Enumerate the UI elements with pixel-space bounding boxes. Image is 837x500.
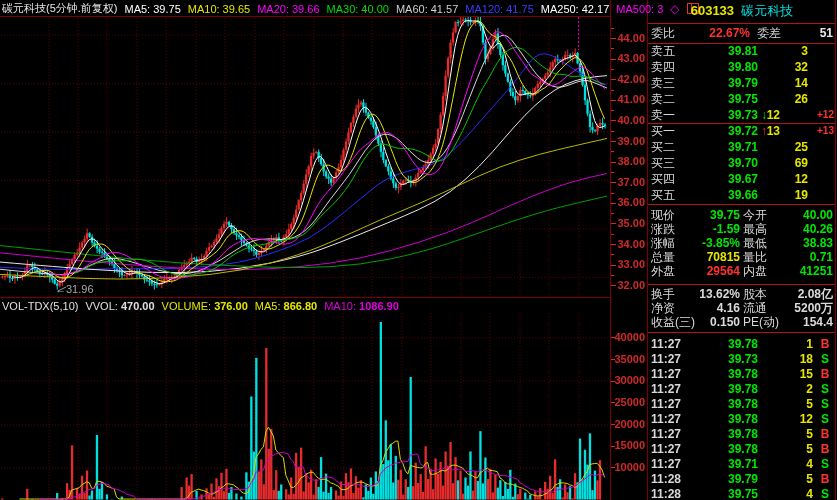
quote-row: 外盘29564内盘41251	[648, 263, 836, 279]
tick-price: 39.78	[693, 426, 758, 442]
vol-ma5-value: MA5: 866.80	[255, 300, 317, 312]
tick-price: 39.78	[693, 366, 758, 382]
tick-qty: 2	[763, 381, 813, 397]
tick-side: B	[818, 441, 832, 457]
tick-time: 11:27	[651, 381, 681, 397]
tick-price: 39.78	[693, 441, 758, 457]
ma-item: MA250: 42.17	[541, 3, 610, 15]
book-label: 买二	[651, 139, 675, 155]
price-axis-label: 32.00	[611, 279, 645, 291]
tick-side: S	[818, 396, 832, 412]
vol-indicator-name: VOL-TDX(5,10)	[2, 300, 78, 312]
tick-side: S	[818, 486, 832, 500]
weicha-label: 委差	[757, 25, 781, 41]
price-axis-label: 40.00	[611, 114, 645, 126]
book-qty: 12	[768, 171, 808, 187]
price-axis-label: 38.00	[611, 155, 645, 167]
price-axis-label: 33.00	[611, 258, 645, 270]
tick-price: 39.73	[693, 351, 758, 367]
price-axis-label: 35.00	[611, 217, 645, 229]
tick-row: 11:2739.714S	[648, 456, 836, 472]
ask-row[interactable]: 卖三39.7914	[648, 75, 836, 91]
book-price: 39.73	[698, 107, 758, 123]
book-price: 39.80	[698, 59, 758, 75]
tick-row: 11:2739.782S	[648, 381, 836, 397]
chart-title: 碳元科技(5分钟.前复权)	[2, 1, 118, 16]
tick-price: 39.78	[693, 396, 758, 412]
volume-axis-label: 25000	[611, 396, 645, 408]
quote-row: 收益(三)0.150PE(动)154.4	[648, 314, 836, 330]
tick-price: 39.78	[693, 336, 758, 352]
book-qty: 25	[768, 139, 808, 155]
price-axis-label: 44.00	[611, 32, 645, 44]
book-label: 卖三	[651, 75, 675, 91]
ask-row[interactable]: 卖二39.7526	[648, 91, 836, 107]
tick-price: 39.71	[693, 456, 758, 472]
tick-side: S	[818, 411, 832, 427]
bid-row[interactable]: 买五39.6619	[648, 187, 836, 203]
ask-row[interactable]: 卖四39.8032	[648, 59, 836, 75]
vol-ma10-value: MA10: 1086.90	[324, 300, 399, 312]
volume-axis-label: 40000	[611, 331, 645, 343]
ask-row[interactable]: 卖五39.813	[648, 43, 836, 59]
tick-time: 11:27	[651, 456, 681, 472]
quote-value: 154.4	[778, 314, 833, 330]
stock-header[interactable]: 603133 碳元科技	[648, 3, 836, 19]
price-axis-label: 39.00	[611, 135, 645, 147]
tick-qty: 15	[763, 366, 813, 382]
tick-time: 11:27	[651, 366, 681, 382]
tick-price: 39.78	[693, 381, 758, 397]
tick-row: 11:2839.754S	[648, 486, 836, 500]
tick-time: 11:28	[651, 471, 681, 487]
bid-row[interactable]: 买四39.6712	[648, 171, 836, 187]
weibi-label: 委比	[651, 25, 675, 41]
tick-qty: 4	[763, 456, 813, 472]
bid-row[interactable]: 买一39.72↑13+13	[648, 123, 836, 139]
tick-qty: 5	[763, 471, 813, 487]
book-label: 卖五	[651, 43, 675, 59]
bid-row[interactable]: 买三39.7069	[648, 155, 836, 171]
quote-label: 收益(三)	[651, 314, 695, 330]
tick-side: B	[818, 426, 832, 442]
tick-time: 11:27	[651, 336, 681, 352]
book-label: 卖二	[651, 91, 675, 107]
tick-row: 11:2739.7812S	[648, 411, 836, 427]
tick-qty: 5	[763, 396, 813, 412]
book-qty: 12	[758, 107, 780, 123]
tick-price: 39.75	[693, 486, 758, 500]
tick-qty: 4	[763, 486, 813, 500]
book-price: 39.81	[698, 43, 758, 59]
ma-item: MA20: 39.66	[257, 3, 319, 15]
volume-axis-label: 35000	[611, 353, 645, 365]
book-qty: 69	[768, 155, 808, 171]
book-label: 买四	[651, 171, 675, 187]
book-price: 39.75	[698, 91, 758, 107]
quote-value: 41251	[778, 263, 833, 279]
ask-row[interactable]: 卖一39.73↓12+12	[648, 107, 836, 123]
bid-row[interactable]: 买二39.7125	[648, 139, 836, 155]
volume-axis-label: 15000	[611, 439, 645, 451]
tick-time: 11:27	[651, 396, 681, 412]
book-qty: 19	[768, 187, 808, 203]
tick-qty: 1	[763, 336, 813, 352]
tick-row: 11:2739.785B	[648, 426, 836, 442]
tick-qty: 12	[763, 411, 813, 427]
weicha-value: 51	[788, 25, 833, 41]
tick-side: S	[818, 456, 832, 472]
price-axis-label: 41.00	[611, 93, 645, 105]
tick-row: 11:2739.785S	[648, 396, 836, 412]
book-qty: 3	[768, 43, 808, 59]
ma-item: MA10: 39.65	[188, 3, 250, 15]
price-axis-label: 37.00	[611, 176, 645, 188]
tick-side: S	[818, 381, 832, 397]
tick-time: 11:27	[651, 441, 681, 457]
volume-value: VOLUME: 376.00	[162, 300, 248, 312]
tick-price: 39.79	[693, 471, 758, 487]
book-price: 39.66	[698, 187, 758, 203]
stock-code: 603133	[691, 3, 734, 18]
book-qty: 26	[768, 91, 808, 107]
trading-terminal: 碳元科技(5分钟.前复权) MA5: 39.75MA10: 39.65MA20:…	[0, 0, 837, 500]
tick-side: B	[818, 366, 832, 382]
book-delta: +13	[806, 123, 834, 139]
ma-item: MA30: 40.00	[327, 3, 389, 15]
